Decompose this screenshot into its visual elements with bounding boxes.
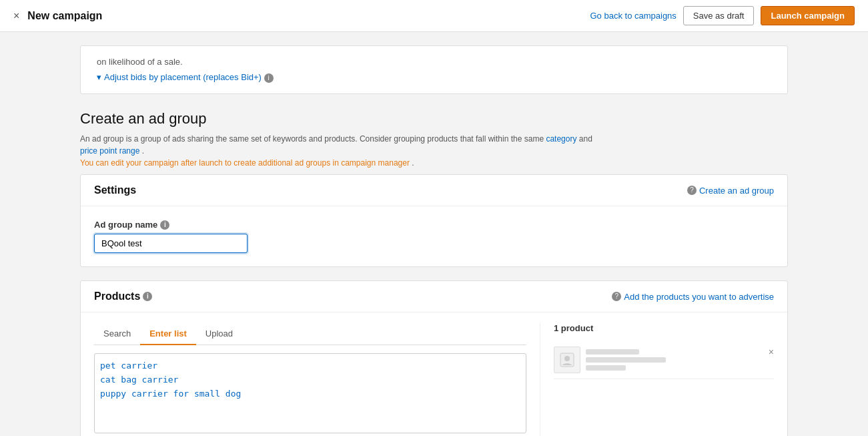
launch-campaign-button[interactable]: Launch campaign: [761, 6, 855, 25]
description-text-2: and: [579, 134, 592, 144]
products-info-icon[interactable]: i: [143, 292, 152, 301]
description-line2-text2: .: [412, 158, 414, 168]
adjust-bids-info-icon[interactable]: i: [264, 73, 274, 83]
settings-help-label: Create an ad group: [699, 186, 774, 196]
page-title: New campaign: [27, 10, 102, 22]
product-count-label: 1 product: [554, 323, 774, 333]
product-remove-icon[interactable]: ×: [769, 347, 774, 357]
products-left-panel: Search Enter list Upload pet carrier cat…: [94, 323, 540, 436]
product-name: [586, 349, 774, 371]
header-left: × New campaign: [13, 10, 102, 22]
settings-help-icon: ?: [687, 186, 697, 195]
adjust-bids-link[interactable]: ▾ Adjust bids by placement (replaces Bid…: [97, 72, 262, 82]
description-text-1: An ad group is a group of ads sharing th…: [80, 134, 544, 144]
page-header: × New campaign Go back to campaigns Save…: [0, 0, 868, 32]
description-line2-text1: You can edit your campaign after launch …: [80, 158, 339, 168]
products-layout: Search Enter list Upload pet carrier cat…: [94, 323, 774, 436]
settings-title: Settings: [94, 184, 136, 196]
ad-group-section-heading: Create an ad group An ad group is a grou…: [80, 110, 788, 169]
close-icon[interactable]: ×: [13, 10, 19, 22]
campaign-manager-link[interactable]: campaign manager: [341, 158, 410, 168]
add-products-label: Add the products you want to advertise: [624, 292, 774, 302]
products-card: Products i ? Add the products you want t…: [80, 280, 788, 436]
ad-group-name-label: Ad group name i: [94, 220, 774, 230]
bid-on-likelihood-text: on likelihood of a sale.: [97, 57, 771, 67]
products-right-panel: 1 product: [540, 323, 774, 436]
description-text-3: .: [142, 146, 144, 156]
bid-adjustment-content: on likelihood of a sale. ▾ Adjust bids b…: [81, 46, 787, 93]
product-info: [586, 349, 774, 371]
save-draft-button[interactable]: Save as draft: [683, 6, 755, 25]
ad-group-heading: Create an ad group: [80, 110, 788, 128]
ad-group-name-info-icon[interactable]: i: [160, 220, 169, 230]
chevron-down-icon: ▾: [97, 72, 101, 82]
main-content: on likelihood of a sale. ▾ Adjust bids b…: [0, 32, 868, 436]
products-body: Search Enter list Upload pet carrier cat…: [81, 312, 787, 436]
product-thumbnail: [554, 347, 580, 373]
settings-body: Ad group name i: [81, 206, 787, 266]
svg-point-1: [564, 356, 570, 361]
products-title: Products i: [94, 290, 152, 302]
ad-group-description: An ad group is a group of ads sharing th…: [80, 133, 600, 169]
settings-card: Settings ? Create an ad group Ad group n…: [80, 174, 788, 267]
ad-group-name-input[interactable]: [94, 234, 248, 253]
add-products-link[interactable]: ? Add the products you want to advertise: [612, 292, 774, 302]
products-help-icon: ?: [612, 292, 621, 301]
products-card-header: Products i ? Add the products you want t…: [81, 281, 787, 312]
create-ad-group-link[interactable]: ? Create an ad group: [687, 186, 774, 196]
category-link[interactable]: category: [546, 134, 576, 144]
enter-list-textarea[interactable]: pet carrier cat bag carrier puppy carrie…: [94, 353, 526, 433]
price-point-link[interactable]: price point range: [80, 146, 139, 156]
settings-card-header: Settings ? Create an ad group: [81, 175, 787, 206]
bid-adjustment-card: on likelihood of a sale. ▾ Adjust bids b…: [80, 45, 788, 94]
products-tabs: Search Enter list Upload: [94, 323, 526, 345]
back-to-campaigns-link[interactable]: Go back to campaigns: [590, 11, 677, 21]
tab-search[interactable]: Search: [94, 323, 140, 345]
adjust-bids-label: Adjust bids by placement (replaces Bid+): [104, 72, 262, 82]
product-item: ×: [554, 341, 774, 379]
header-right: Go back to campaigns Save as draft Launc…: [590, 6, 855, 25]
tab-enter-list[interactable]: Enter list: [140, 323, 196, 345]
tab-upload[interactable]: Upload: [196, 323, 242, 345]
